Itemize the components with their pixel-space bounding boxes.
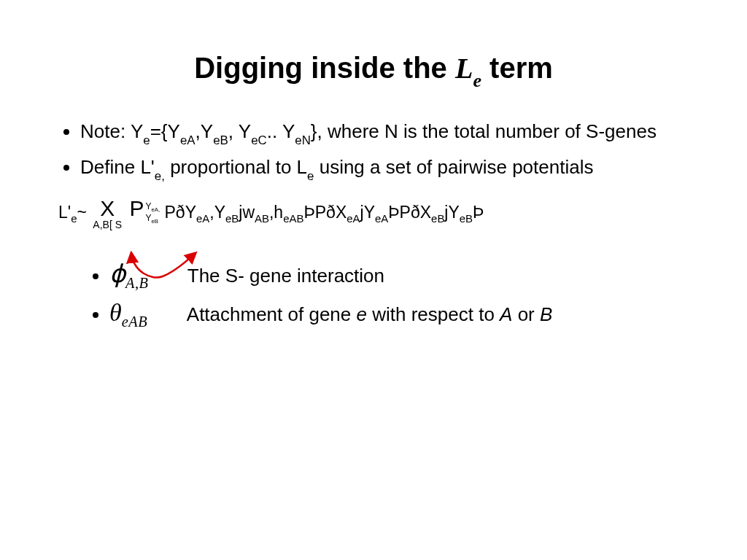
bullet-list: Note: Ye={YeA,YeB, YeC.. YeN}, where N i… <box>44 119 703 183</box>
fb-p2: ,Y <box>209 203 225 222</box>
b2-m1: proportional to L <box>165 156 307 178</box>
f-Lprime-sub: e <box>71 212 77 225</box>
b1-m4: .. Y <box>267 120 295 142</box>
definitions-list: ϕA,B The S- gene interaction θeAB Attach… <box>44 255 703 333</box>
fb-s7: eB <box>431 212 444 225</box>
b1-post: }, where N is the total number of S-gene… <box>311 120 657 142</box>
def-phi: ϕA,B The S- gene interaction <box>109 255 703 294</box>
title-prefix: Digging inside the <box>194 52 455 84</box>
theta-symbol: θeAB <box>109 294 182 332</box>
b1-m3: , Y <box>228 120 251 142</box>
product-operator: X A,B[ S <box>93 198 122 230</box>
fb-s5: eA <box>347 212 360 225</box>
title-L: L <box>455 52 473 85</box>
b1-s5: eN <box>295 133 311 147</box>
theta-e: e <box>357 303 367 325</box>
title-Le: Le <box>455 52 481 85</box>
fb-p8: jY <box>444 203 459 222</box>
theta: θ <box>109 299 122 326</box>
b1-m2: ,Y <box>196 120 214 142</box>
fb-p3: jw <box>239 203 255 222</box>
b1-s1: e <box>143 133 150 147</box>
sum-operator: P . <box>129 198 144 230</box>
bullet-1: Note: Ye={YeA,YeB, YeC.. YeN}, where N i… <box>80 119 703 147</box>
theta-mid: with respect to <box>367 303 500 325</box>
sum-sub-lines: YeA, YeB <box>145 202 160 225</box>
b1-m1: ={Y <box>150 120 180 142</box>
fb-s1: eA <box>196 212 209 225</box>
slide: Digging inside the Le term Note: Ye={YeA… <box>0 0 747 560</box>
fb-s8: eB <box>460 212 473 225</box>
fb-s2: eB <box>225 212 239 225</box>
f-Lprime: L' <box>58 203 71 222</box>
sum-sym: P <box>129 196 144 220</box>
b2-s1: e, <box>155 169 165 183</box>
phi-symbol: ϕA,B <box>109 255 182 294</box>
prod-sym: X <box>100 196 115 220</box>
title-suffix: term <box>481 52 553 84</box>
sum-y1s: eA, <box>151 206 160 213</box>
fb-p9: Þ <box>473 203 484 222</box>
b1-s3: eB <box>213 133 228 147</box>
fb-s6: eA <box>375 212 388 225</box>
fb-s3: AB <box>255 212 269 225</box>
theta-A: A <box>500 303 512 325</box>
formula: L'e~ X A,B[ S P . YeA, YeB PðYeA,YeBjwAB… <box>58 198 703 230</box>
f-tilde: ~ <box>77 203 87 222</box>
theta-B: B <box>540 303 552 325</box>
fb-p1: PðY <box>165 203 196 222</box>
b1-s2: eA <box>180 133 196 147</box>
b1-s4: eC <box>251 133 267 147</box>
b2-post: using a set of pairwise potentials <box>314 156 593 178</box>
fb-p4: ,h <box>269 203 283 222</box>
fb-p6: jY <box>360 203 375 222</box>
b2-s2: e <box>307 169 314 183</box>
theta-sub: eAB <box>122 314 147 330</box>
phi-sub: A,B <box>125 275 149 291</box>
theta-or: or <box>512 303 540 325</box>
b2-pre: Define L' <box>80 156 155 178</box>
title-Lsub: e <box>473 70 481 91</box>
fb-s4: eAB <box>283 212 303 225</box>
b1-pre: Note: Y <box>80 120 143 142</box>
sum-y2s: eB <box>151 218 158 225</box>
page-title: Digging inside the Le term <box>44 0 703 119</box>
phi-text: The S- gene interaction <box>187 265 384 287</box>
prod-sub: A,B[ S <box>93 219 122 230</box>
theta-pre: Attachment of gene <box>187 303 357 325</box>
bullet-2: Define L'e, proportional to Le using a s… <box>80 155 703 183</box>
fb-p7: ÞPðX <box>388 203 431 222</box>
phi: ϕ <box>109 260 125 287</box>
fb-p5: ÞPðX <box>303 203 347 222</box>
def-theta: θeAB Attachment of gene e with respect t… <box>109 294 703 332</box>
